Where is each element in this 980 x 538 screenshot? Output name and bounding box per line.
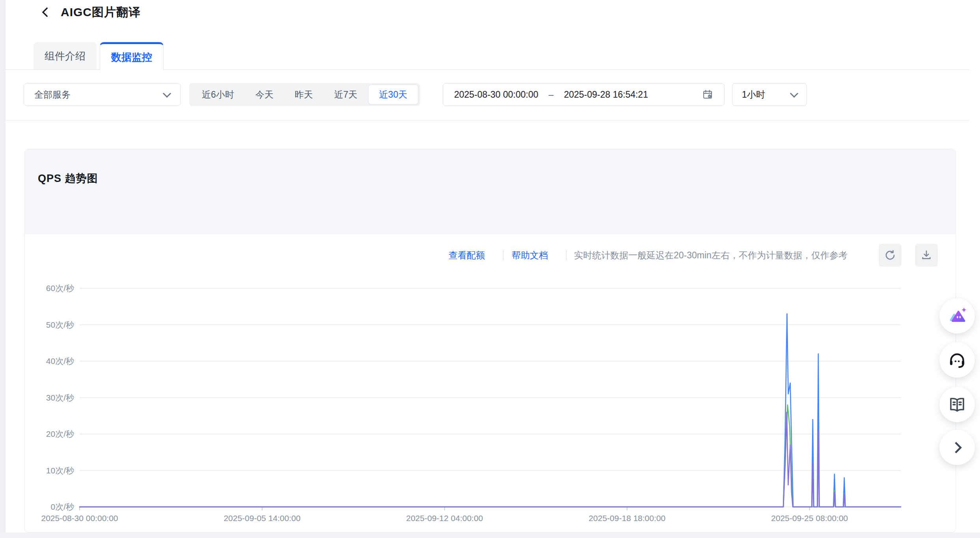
y-axis-label: 40次/秒 [0, 355, 74, 367]
x-axis-label: 2025-09-12 04:00:00 [374, 512, 516, 524]
customer-support-button[interactable] [939, 342, 975, 378]
y-axis-label: 50次/秒 [0, 319, 74, 331]
tab-component-intro[interactable]: 组件介绍 [34, 42, 97, 70]
chart-title: QPS 趋势图 [38, 171, 98, 186]
date-range-picker[interactable]: 2025-08-30 00:00:00 – 2025-09-28 16:54:2… [443, 83, 725, 106]
chevron-down-icon [163, 89, 171, 97]
view-quota-link[interactable]: 查看配额 [449, 244, 485, 267]
y-axis-label: 10次/秒 [0, 465, 74, 477]
x-axis-label: 2025-08-30 00:00:00 [9, 512, 151, 524]
calendar-clock-icon [702, 89, 713, 100]
quick-range-30d[interactable]: 近30天 [368, 85, 419, 104]
date-range-end: 2025-09-28 16:54:21 [564, 89, 648, 100]
y-axis-label: 20次/秒 [0, 428, 74, 440]
tab-data-monitoring[interactable]: 数据监控 [100, 42, 164, 70]
x-axis-label: 2025-09-25 08:00:00 [739, 512, 881, 524]
ai-mountain-sparkle-icon [947, 306, 967, 326]
ai-assistant-button[interactable] [939, 298, 975, 334]
quick-range-group: 近6小时 今天 昨天 近7天 近30天 [189, 83, 420, 106]
page-bottom-strip [0, 532, 980, 538]
service-select-value: 全部服务 [34, 89, 164, 101]
date-range-separator: – [549, 89, 554, 100]
card-header: QPS 趋势图 [25, 149, 956, 234]
y-axis-label: 30次/秒 [0, 392, 74, 404]
quick-range-yesterday[interactable]: 昨天 [284, 85, 324, 104]
x-axis-label: 2025-09-18 18:00:00 [556, 512, 698, 524]
quick-range-6h[interactable]: 近6小时 [191, 85, 245, 104]
collapse-panel-button[interactable] [939, 430, 975, 465]
y-axis-label: 60次/秒 [0, 282, 74, 294]
chevron-left-icon [42, 7, 52, 17]
left-sidebar-strip [0, 0, 6, 538]
headset-icon [947, 350, 967, 370]
refresh-button[interactable] [879, 244, 902, 267]
toolbar-separator [503, 250, 503, 260]
quick-range-today[interactable]: 今天 [245, 85, 284, 104]
x-axis-label: 2025-09-05 14:00:00 [191, 512, 333, 524]
qps-trend-card: QPS 趋势图 查看配额 帮助文档 实时统计数据一般延迟在20-30min左右，… [24, 149, 956, 532]
filter-divider [6, 120, 969, 121]
download-icon [920, 249, 933, 262]
topbar: AIGC图片翻译 [6, 0, 969, 24]
service-select[interactable]: 全部服务 [24, 83, 181, 106]
refresh-icon [884, 249, 896, 262]
date-range-start: 2025-08-30 00:00:00 [454, 89, 538, 100]
toolbar-separator [566, 250, 566, 260]
y-axis-label: 0次/秒 [0, 501, 74, 513]
interval-select-value: 1小时 [742, 89, 791, 101]
documentation-button[interactable] [939, 387, 975, 422]
page: AIGC图片翻译 组件介绍 数据监控 全部服务 近6小时 今天 昨天 近7天 近… [0, 0, 980, 538]
filter-bar: 全部服务 近6小时 今天 昨天 近7天 近30天 2025-08-30 00:0… [6, 70, 969, 120]
tab-bar: 组件介绍 数据监控 [34, 42, 164, 70]
help-doc-link[interactable]: 帮助文档 [512, 244, 548, 267]
download-button[interactable] [915, 244, 938, 267]
delay-note: 实时统计数据一般延迟在20-30min左右，不作为计量数据，仅作参考 [574, 244, 848, 267]
back-button[interactable] [40, 6, 53, 19]
chevron-right-icon [950, 442, 962, 453]
chevron-down-icon [790, 89, 798, 97]
open-book-icon [948, 395, 967, 414]
interval-select[interactable]: 1小时 [732, 83, 807, 106]
quick-range-7d[interactable]: 近7天 [324, 85, 368, 104]
page-title: AIGC图片翻译 [61, 4, 141, 20]
